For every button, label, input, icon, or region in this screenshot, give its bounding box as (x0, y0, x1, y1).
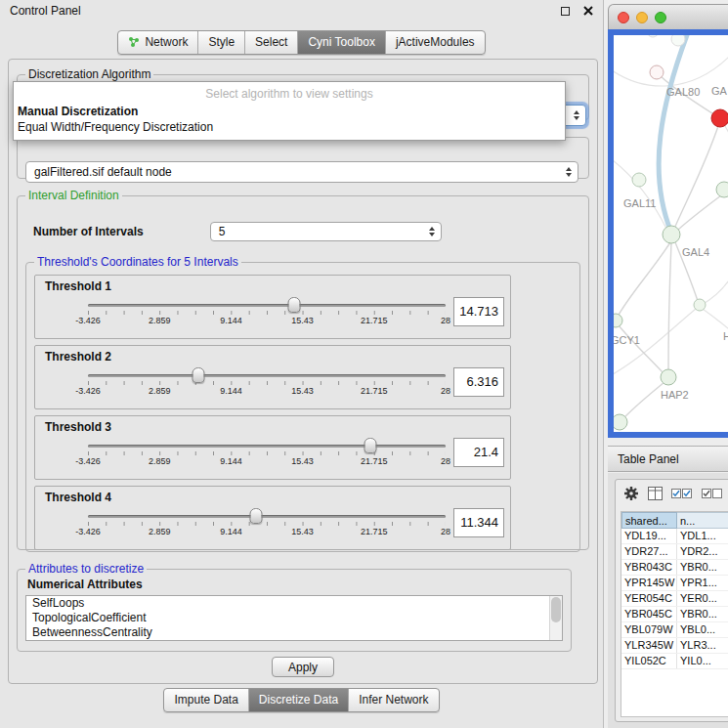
list-scrollbar[interactable] (549, 596, 562, 640)
attribute-list-item[interactable]: TopologicalCoefficient (26, 611, 562, 625)
minimize-traffic-light-icon[interactable] (636, 12, 648, 23)
table-row[interactable]: YDR27...YDR2... (621, 544, 728, 560)
table-row[interactable]: YBR045CYBR0... (621, 607, 728, 622)
network-node[interactable] (716, 182, 728, 197)
tab-style[interactable]: Style (197, 31, 244, 54)
select-all-checkboxes-icon[interactable] (671, 488, 693, 499)
table-row[interactable]: YIL052CYIL0... (621, 654, 728, 669)
slider-tick-labels: -3.4262.8599.14415.4321.71528 (88, 527, 446, 538)
tab-network[interactable]: Network (118, 31, 197, 54)
table-cell: YPR145W (621, 576, 677, 590)
close-icon[interactable] (583, 6, 593, 16)
network-node[interactable] (614, 414, 627, 430)
network-window-titlebar[interactable] (608, 4, 728, 29)
threshold-panel: Threshold 1 -3.4262.8599.14415.4321.7152… (34, 275, 511, 339)
slider-tick-label: 2.859 (149, 527, 171, 536)
table-panel-title: Table Panel (618, 452, 679, 466)
network-node[interactable] (614, 314, 622, 327)
node-attribute-table[interactable]: shared... n... YDL19...YDL1...YDR27...YD… (621, 511, 728, 717)
interval-definition-group: Interval Definition Number of Intervals … (17, 189, 589, 550)
slider-thumb[interactable] (288, 297, 301, 313)
network-node[interactable] (650, 65, 664, 79)
bottom-tabbar: Impute Data Discretize Data Infer Networ… (0, 688, 603, 712)
panel-title: Control Panel (10, 4, 561, 18)
slider-tick-label: 21.715 (361, 316, 388, 325)
slider-track[interactable] (88, 374, 446, 377)
threshold-slider[interactable]: -3.4262.8599.14415.4321.71528 (88, 436, 446, 473)
slider-tick-labels: -3.4262.8599.14415.4321.71528 (88, 456, 446, 468)
gear-icon[interactable] (623, 486, 639, 501)
scrollbar-thumb[interactable] (551, 597, 561, 622)
selected-network-node[interactable] (711, 109, 728, 127)
threshold-value-field[interactable]: 6.316 (453, 367, 504, 397)
tab-infer-network[interactable]: Infer Network (348, 689, 438, 711)
threshold-value-field[interactable]: 21.4 (453, 438, 504, 467)
slider-track[interactable] (88, 304, 446, 307)
slider-tick-label: 15.43 (291, 527, 314, 536)
table-row[interactable]: YDL19...YDL1... (621, 529, 728, 544)
tab-label: Infer Network (359, 693, 428, 707)
algorithm-dropdown-popup: Select algorithm to view settings Manual… (13, 81, 566, 141)
attribute-list-item[interactable]: SelfLoops (26, 596, 562, 611)
cyni-toolbox-panel: Discretization Algorithm Select algorith… (8, 59, 598, 684)
table-row[interactable]: YBL079WYBL0... (621, 622, 728, 638)
slider-thumb[interactable] (193, 367, 205, 383)
zoom-traffic-light-icon[interactable] (655, 12, 666, 23)
threshold-slider[interactable]: -3.4262.8599.14415.4321.71528 (88, 506, 446, 543)
group-title: Threshold's Coordinates for 5 Intervals (34, 255, 241, 269)
attributes-to-discretize-group: Attributes to discretize Numerical Attri… (17, 562, 572, 652)
tab-select[interactable]: Select (244, 31, 297, 54)
network-node[interactable] (694, 299, 706, 311)
number-of-intervals-row: Number of Intervals 5 (33, 222, 442, 241)
table-cell: YBR0... (677, 560, 728, 575)
column-header-name[interactable]: n... (677, 512, 728, 529)
slider-thumb[interactable] (250, 508, 263, 524)
threshold-value-field[interactable]: 14.713 (453, 297, 504, 326)
apply-button[interactable]: Apply (272, 657, 334, 677)
slider-tick-label: -3.426 (75, 386, 101, 396)
dropdown-placeholder: Select algorithm to view settings (14, 85, 565, 104)
column-header-shared-name[interactable]: shared... (621, 512, 677, 529)
network-node[interactable] (632, 173, 646, 187)
control-panel-titlebar: Control Panel (0, 0, 603, 21)
threshold-value-field[interactable]: 11.344 (453, 508, 504, 537)
table-row[interactable]: YLR345WYLR3... (621, 638, 728, 654)
tab-impute-data[interactable]: Impute Data (164, 689, 247, 711)
table-row[interactable]: YPR145WYPR1... (621, 576, 728, 591)
network-node[interactable] (661, 369, 676, 385)
tab-cyni-toolbox[interactable]: Cyni Toolbox (297, 31, 384, 54)
numerical-attributes-list[interactable]: SelfLoopsTopologicalCoefficientBetweenne… (25, 595, 563, 641)
network-node[interactable] (663, 226, 680, 243)
dropdown-option-equal-width-frequency[interactable]: Equal Width/Frequency Discretization (14, 119, 565, 135)
network-canvas[interactable]: GAL80 GA GAL11 GAL4 GCY1 H HAP2 (614, 35, 728, 432)
dropdown-option-manual-discretization[interactable]: Manual Discretization (14, 104, 565, 119)
table-cell: YDL19... (621, 529, 677, 543)
table-data-select[interactable]: galFiltered.sif default node (25, 161, 578, 183)
float-window-icon[interactable] (561, 7, 570, 16)
slider-thumb[interactable] (364, 438, 377, 453)
node-label-clipped: GA (711, 85, 728, 97)
slider-ticks (88, 451, 446, 455)
tab-discretize-data[interactable]: Discretize Data (248, 689, 348, 711)
slider-track[interactable] (88, 515, 446, 518)
top-tabbar: Network Style Select Cyni Toolbox jActiv… (0, 30, 603, 55)
slider-track[interactable] (88, 445, 446, 448)
network-node[interactable] (647, 35, 659, 37)
close-traffic-light-icon[interactable] (618, 12, 629, 23)
threshold-panel: Threshold 3 -3.4262.8599.14415.4321.7152… (34, 415, 511, 480)
unselect-checkboxes-icon[interactable] (702, 488, 723, 499)
threshold-slider[interactable]: -3.4262.8599.14415.4321.71528 (88, 295, 446, 332)
network-node[interactable] (671, 35, 685, 46)
tab-label: jActiveModules (396, 35, 475, 49)
attribute-list-item[interactable]: BetweennessCentrality (26, 625, 562, 640)
group-title: Discretization Algorithm (25, 67, 153, 81)
tab-label: Discretize Data (259, 693, 338, 707)
table-row[interactable]: YER054CYER0... (621, 591, 728, 607)
intervals-selected-value: 5 (219, 225, 226, 238)
table-row[interactable]: YBR043CYBR0... (621, 560, 728, 576)
column-chooser-icon[interactable] (648, 487, 663, 500)
threshold-slider[interactable]: -3.4262.8599.14415.4321.71528 (88, 365, 446, 403)
tab-label: Style (208, 35, 235, 49)
number-of-intervals-select[interactable]: 5 (210, 222, 442, 241)
tab-jactivemodules[interactable]: jActiveModules (385, 31, 485, 54)
